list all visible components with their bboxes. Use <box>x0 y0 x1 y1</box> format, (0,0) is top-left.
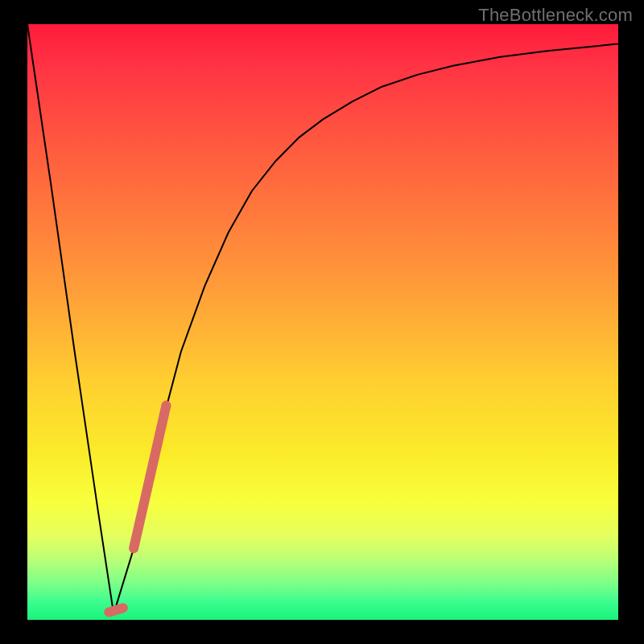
plot-area <box>27 24 618 620</box>
series-highlight-segment <box>134 406 166 549</box>
chart-svg <box>27 24 618 620</box>
chart-canvas: TheBottleneck.com <box>0 0 644 644</box>
series-highlight-dot <box>109 608 123 612</box>
series-bottleneck-curve <box>27 24 618 614</box>
watermark-text: TheBottleneck.com <box>478 5 633 26</box>
